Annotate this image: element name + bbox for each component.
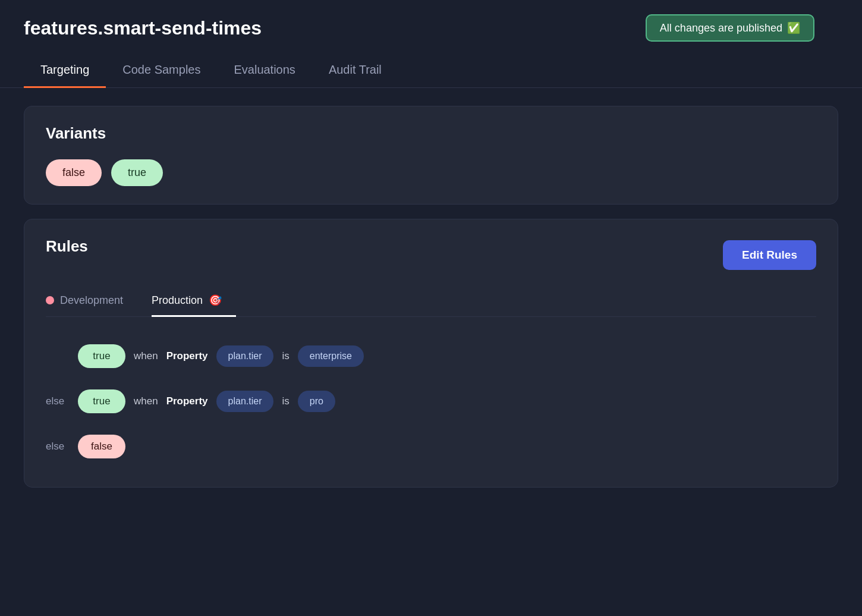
rule1-else xyxy=(46,350,70,362)
page-header: features.smart-send-times All changes ar… xyxy=(0,0,862,54)
tab-targeting[interactable]: Targeting xyxy=(24,54,106,88)
published-badge: All changes are published ✅ xyxy=(646,14,814,42)
env-tab-development-label: Development xyxy=(60,294,123,307)
rule1-when: when xyxy=(134,350,158,362)
env-tab-production-label: Production xyxy=(152,294,203,307)
env-tab-production[interactable]: Production 🎯 xyxy=(152,287,236,317)
edit-rules-button[interactable]: Edit Rules xyxy=(723,240,816,270)
rule2-is: is xyxy=(282,395,289,407)
rules-title: Rules xyxy=(46,237,88,256)
table-row: else false xyxy=(46,424,816,469)
rule1-property-value[interactable]: plan.tier xyxy=(216,345,274,367)
variant-false[interactable]: false xyxy=(46,159,102,186)
nav-tabs: Targeting Code Samples Evaluations Audit… xyxy=(0,54,862,88)
rule1-is: is xyxy=(282,350,289,362)
tab-code-samples[interactable]: Code Samples xyxy=(106,54,217,88)
rules-card-header: Rules Edit Rules xyxy=(46,237,816,272)
rules-list: true when Property plan.tier is enterpri… xyxy=(46,334,816,469)
rule1-property-label: Property xyxy=(166,350,208,362)
rule2-when: when xyxy=(134,395,158,407)
rule2-variant[interactable]: true xyxy=(78,389,125,413)
variant-true[interactable]: true xyxy=(111,159,163,186)
variants-card: Variants false true xyxy=(24,106,838,205)
env-tab-development[interactable]: Development xyxy=(46,287,137,317)
tab-evaluations[interactable]: Evaluations xyxy=(217,54,312,88)
rule3-variant[interactable]: false xyxy=(78,435,125,458)
tab-audit-trail[interactable]: Audit Trail xyxy=(312,54,398,88)
rule2-value[interactable]: pro xyxy=(298,391,335,412)
rule1-variant[interactable]: true xyxy=(78,344,125,368)
table-row: true when Property plan.tier is enterpri… xyxy=(46,334,816,379)
page-title: features.smart-send-times xyxy=(24,17,262,39)
main-content: Variants false true Rules Edit Rules Dev… xyxy=(0,88,862,505)
variants-title: Variants xyxy=(46,124,816,143)
check-icon: ✅ xyxy=(787,21,800,34)
rule1-value[interactable]: enterprise xyxy=(298,345,364,367)
variants-row: false true xyxy=(46,159,816,186)
rules-card: Rules Edit Rules Development Production … xyxy=(24,219,838,488)
table-row: else true when Property plan.tier is pro xyxy=(46,379,816,424)
rule2-else: else xyxy=(46,395,70,407)
rule2-property-value[interactable]: plan.tier xyxy=(216,391,274,412)
environment-tabs: Development Production 🎯 xyxy=(46,287,816,317)
rule3-else: else xyxy=(46,441,70,452)
development-dot xyxy=(46,296,54,304)
target-icon: 🎯 xyxy=(209,294,222,307)
published-label: All changes are published xyxy=(660,22,782,34)
rule2-property-label: Property xyxy=(166,395,208,407)
